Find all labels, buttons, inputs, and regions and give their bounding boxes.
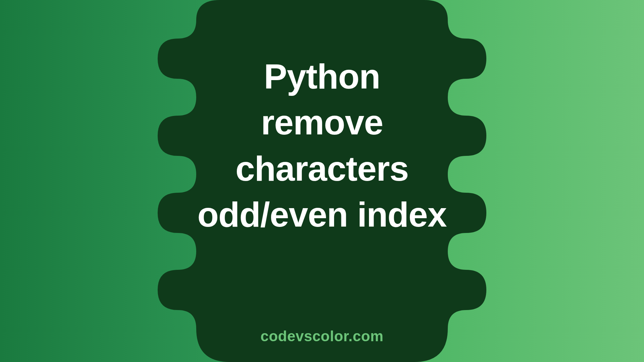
title-line: characters <box>0 146 644 192</box>
site-credit: codevscolor.com <box>0 328 644 345</box>
title-line: odd/even index <box>0 192 644 238</box>
hero-title: Python remove characters odd/even index <box>0 54 644 238</box>
title-line: remove <box>0 100 644 145</box>
title-line: Python <box>0 54 644 100</box>
